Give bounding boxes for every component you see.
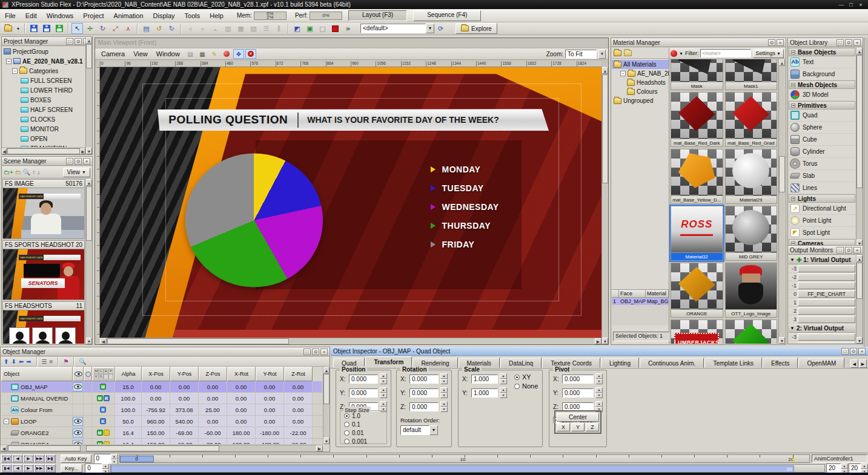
pin-panel-icon[interactable]: ⊙ bbox=[312, 349, 319, 355]
library-item-cube[interactable]: Cube bbox=[789, 134, 855, 146]
pin-panel-icon[interactable]: ⊙ bbox=[845, 247, 852, 254]
audio-icon[interactable]: 🕪 bbox=[342, 23, 354, 34]
material-group-item[interactable]: Ungrouped bbox=[612, 96, 669, 105]
close-panel-icon[interactable]: × bbox=[777, 39, 784, 46]
library-item-sphere[interactable]: Sphere bbox=[789, 122, 855, 134]
alpha-cell[interactable]: 50.0 bbox=[115, 416, 142, 427]
group-tool-icon[interactable]: ▤ bbox=[141, 23, 152, 34]
alpha-cell[interactable]: 16.4 bbox=[115, 427, 142, 438]
go-end-button[interactable]: ▶▮ bbox=[45, 454, 56, 463]
value-cell[interactable]: 0.00 bbox=[199, 393, 227, 404]
value-cell[interactable]: 0.00 bbox=[142, 381, 170, 392]
output-layer-row[interactable]: -3 bbox=[789, 333, 855, 341]
tab-datalinq[interactable]: DataLinq bbox=[500, 358, 542, 368]
flags-column-header[interactable]: MCEPKG bbox=[92, 367, 115, 381]
collapse-all-icon[interactable]: ≡ bbox=[50, 358, 53, 365]
close-panel-icon[interactable]: × bbox=[858, 348, 866, 355]
tabs-scroll-left-icon[interactable]: ◀ bbox=[850, 359, 858, 368]
go-start-button[interactable]: ▮◀ bbox=[1, 464, 12, 473]
library-item-directional-light[interactable]: ↗Directional Light bbox=[789, 203, 855, 215]
step-size-option[interactable]: 0.001 bbox=[344, 438, 386, 445]
face-column-header[interactable]: Face bbox=[619, 290, 646, 297]
viewport-hscrollbar[interactable]: ◀▶ bbox=[100, 338, 601, 344]
collapse-icon[interactable]: − bbox=[791, 197, 795, 201]
library-item-point-light[interactable]: Point Light bbox=[789, 215, 855, 227]
tab-openmam[interactable]: OpenMAM bbox=[798, 358, 844, 368]
value-cell[interactable]: 0.00 bbox=[256, 416, 284, 427]
value-cell[interactable]: 0.00 bbox=[284, 416, 313, 427]
save-all-button[interactable] bbox=[53, 23, 65, 34]
settings-button[interactable]: Settings▼ bbox=[753, 49, 784, 58]
zoom-value[interactable]: To Fit bbox=[565, 50, 597, 59]
value-cell[interactable]: 373.08 bbox=[170, 404, 199, 415]
pivot-axis-x-button[interactable]: X bbox=[557, 423, 570, 431]
viewport-vscrollbar[interactable]: ▲▼ bbox=[601, 67, 608, 344]
visibility-cell[interactable] bbox=[73, 404, 84, 415]
layer-slot[interactable] bbox=[798, 333, 855, 341]
collapse-icon[interactable]: − bbox=[791, 50, 795, 54]
library-section-header[interactable]: −Primitives bbox=[789, 101, 855, 110]
timeline-track[interactable]: 20 bbox=[110, 464, 825, 473]
material-type-icon[interactable] bbox=[671, 50, 677, 57]
project-tree-vscrollbar[interactable]: ▲▼ bbox=[85, 37, 92, 154]
object-table-vscrollbar[interactable]: ▲▼ bbox=[323, 367, 330, 444]
step-size-option[interactable]: 1.0 bbox=[344, 413, 386, 419]
layer-slot[interactable] bbox=[798, 282, 855, 289]
alpha-cell[interactable]: 16.4 bbox=[115, 439, 142, 444]
value-cell[interactable]: 0.00 bbox=[227, 404, 256, 415]
object-table-hscrollbar[interactable]: ◀▶ bbox=[1, 445, 323, 451]
info-cell[interactable] bbox=[84, 404, 92, 415]
info-cell[interactable] bbox=[84, 393, 92, 404]
material-thumbnail[interactable]: mat_Base_Red_Dark bbox=[671, 92, 723, 147]
program-toggle-icon[interactable]: ▣ bbox=[304, 23, 316, 34]
object-column-header[interactable]: Object bbox=[1, 367, 73, 381]
step-size-radio[interactable] bbox=[344, 413, 350, 419]
end-frame-spinner-2[interactable]: 20 ▲▼ bbox=[849, 464, 868, 473]
project-tree-hscrollbar[interactable]: ◀▶ bbox=[2, 148, 85, 154]
material-thumbnail[interactable]: MID GREY bbox=[725, 206, 778, 261]
open-dropdown-arrow[interactable]: ▼ bbox=[15, 23, 21, 34]
info-cell[interactable] bbox=[84, 439, 92, 444]
rotation-order-dropdown[interactable]: default ▼ bbox=[400, 425, 448, 435]
sort-desc-icon[interactable]: ↓ bbox=[37, 169, 40, 175]
library-item-background[interactable]: Background bbox=[789, 68, 855, 80]
close-panel-icon[interactable]: × bbox=[853, 247, 861, 254]
move-up-icon[interactable]: ⬆ bbox=[4, 358, 8, 365]
tree-item-category[interactable]: BOXES bbox=[2, 95, 85, 105]
object-row[interactable]: AbColour FromR100.0-756.92373.0825.000.0… bbox=[1, 404, 322, 416]
go-end-button[interactable]: ▶▮ bbox=[45, 464, 56, 473]
tree-item-category[interactable]: FULL SCREEN bbox=[2, 76, 85, 85]
cue-toggle-icon[interactable]: ▢ bbox=[317, 23, 328, 34]
align-center-icon[interactable]: ⫟ bbox=[197, 23, 208, 34]
virtual-output-header[interactable]: ▼2: Virtual Output bbox=[789, 324, 855, 333]
menu-windows[interactable]: Windows bbox=[42, 11, 79, 21]
pivot-axis-y-button[interactable]: Y bbox=[571, 423, 585, 431]
open-project-button[interactable] bbox=[2, 23, 14, 34]
scene-list-vscrollbar[interactable]: ▲▼ bbox=[85, 179, 92, 344]
library-item-spot-light[interactable]: ◤Spot Light bbox=[789, 227, 855, 239]
preset-combo-arrow[interactable]: ▼ bbox=[426, 24, 434, 33]
material-thumbnail[interactable]: Material29 bbox=[725, 149, 778, 204]
library-item-cylinder[interactable]: Cylinder bbox=[789, 146, 855, 158]
visibility-cell[interactable] bbox=[73, 416, 84, 427]
material-thumbnail[interactable]: mat_Base_Yellow_D... bbox=[671, 149, 723, 204]
timeline-ruler[interactable]: 0 10 20 bbox=[119, 454, 810, 463]
step-size-radio[interactable] bbox=[344, 430, 350, 436]
output-layer-row[interactable]: 0FF_PIE_CHART bbox=[789, 290, 855, 298]
play-button[interactable]: ▶ bbox=[23, 464, 34, 473]
undo-icon[interactable]: ↺ bbox=[153, 23, 165, 34]
align-top-icon[interactable]: ▥ bbox=[222, 23, 234, 34]
library-section-header[interactable]: −Base Objects bbox=[789, 48, 855, 56]
sort-asc-icon[interactable]: ↑ bbox=[32, 169, 35, 175]
step-back-button[interactable]: ◀ bbox=[12, 464, 23, 473]
yrot-column-header[interactable]: Y-Rot bbox=[256, 367, 284, 381]
info-cell[interactable] bbox=[84, 381, 92, 392]
material-grid-vscrollbar[interactable]: ▲▼ bbox=[778, 59, 785, 344]
info-column-header[interactable] bbox=[84, 367, 92, 381]
step-size-radio[interactable] bbox=[344, 439, 350, 444]
visibility-eye-icon[interactable] bbox=[74, 419, 82, 424]
menu-help[interactable]: Help bbox=[205, 11, 228, 21]
visibility-column-header[interactable] bbox=[73, 367, 84, 381]
camera-menu[interactable]: Camera bbox=[98, 50, 128, 57]
library-section-header[interactable]: −Mesh Objects bbox=[789, 80, 855, 89]
